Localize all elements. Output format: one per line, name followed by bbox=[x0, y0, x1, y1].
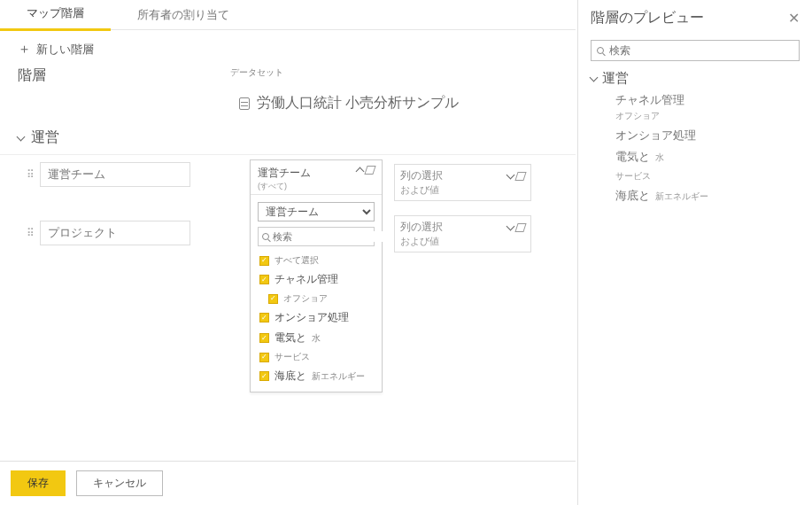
save-button[interactable]: 保存 bbox=[11, 470, 66, 496]
search-icon bbox=[262, 233, 269, 240]
option-0[interactable]: ✓ チャネル管理 bbox=[251, 269, 382, 290]
checkbox-icon: ✓ bbox=[259, 333, 269, 343]
toolbar: ＋ 新しい階層 bbox=[0, 30, 576, 63]
column-dropdown-panel: 運営チーム (すべて) 運営チーム ✓ すべて選択 ✓ チャネル管理 ✓ オフシ… bbox=[250, 159, 383, 392]
colsel-line1: 列の選択 bbox=[400, 168, 443, 183]
option-1[interactable]: ✓ オンショア処理 bbox=[251, 307, 382, 328]
eraser-icon[interactable] bbox=[364, 166, 375, 175]
preview-item-3[interactable]: サービス bbox=[615, 170, 800, 183]
dropdown-search-input[interactable] bbox=[273, 231, 395, 242]
chevron-down-icon bbox=[17, 132, 26, 141]
new-hierarchy-button[interactable]: ＋ 新しい階層 bbox=[18, 41, 94, 58]
option-4[interactable]: ✓ 海底と 新エネルギー bbox=[251, 366, 382, 386]
chevron-down-icon bbox=[507, 170, 515, 179]
checkbox-icon: ✓ bbox=[259, 353, 269, 362]
chevron-down-icon bbox=[590, 73, 599, 82]
hierarchy-header[interactable]: 運営 bbox=[0, 121, 576, 155]
tab-bar: マップ階層 所有者の割り当て bbox=[0, 0, 576, 30]
column-select[interactable]: 運営チーム bbox=[258, 202, 375, 221]
option-2[interactable]: ✓ 電気と 水 bbox=[251, 328, 382, 348]
preview-root[interactable]: 運営 bbox=[591, 70, 800, 87]
preview-panel: 階層のプレビュー ✕ 運営 チャネル管理 オフショア オンショア処理 電気と 水… bbox=[577, 0, 812, 505]
eraser-icon bbox=[514, 223, 526, 232]
section-headings: 階層 データセット bbox=[0, 63, 576, 89]
dataset-heading: データセット bbox=[230, 66, 283, 85]
preview-item-4[interactable]: 海底と 新エネルギー bbox=[615, 188, 800, 204]
checkbox-icon: ✓ bbox=[259, 256, 269, 266]
column-select-box-1[interactable]: 列の選択 および値 bbox=[394, 215, 531, 252]
search-icon bbox=[597, 47, 604, 54]
chevron-up-icon[interactable] bbox=[356, 167, 365, 176]
checkbox-icon: ✓ bbox=[268, 294, 278, 304]
preview-item-2[interactable]: 電気と 水 bbox=[615, 149, 800, 165]
option-select-all[interactable]: ✓ すべて選択 bbox=[251, 252, 382, 269]
preview-tree: 運営 チャネル管理 オフショア オンショア処理 電気と 水 サービス 海底と 新… bbox=[591, 70, 800, 204]
hierarchy-heading: 階層 bbox=[18, 66, 230, 85]
cancel-button[interactable]: キャンセル bbox=[76, 470, 163, 496]
dataset-row: 労働人口統計 小売分析サンプル bbox=[0, 89, 576, 121]
footer: 保存 キャンセル bbox=[0, 461, 576, 505]
option-3[interactable]: ✓ サービス bbox=[251, 348, 382, 366]
dataset-label: 労働人口統計 小売分析サンプル bbox=[257, 94, 459, 113]
level-input-0[interactable]: 運営チーム bbox=[40, 162, 190, 187]
colsel-line1: 列の選択 bbox=[400, 220, 443, 235]
hierarchy-name: 運営 bbox=[31, 128, 59, 147]
colsel-line2: および値 bbox=[400, 183, 525, 197]
checkbox-icon: ✓ bbox=[259, 371, 269, 381]
column-select-box-0[interactable]: 列の選択 および値 bbox=[394, 164, 531, 201]
database-icon bbox=[239, 97, 250, 110]
checkbox-icon: ✓ bbox=[259, 313, 269, 322]
new-hierarchy-label: 新しい階層 bbox=[36, 42, 94, 58]
preview-search[interactable] bbox=[591, 40, 800, 61]
close-icon[interactable]: ✕ bbox=[788, 10, 800, 27]
plus-icon: ＋ bbox=[18, 41, 31, 58]
option-0-0[interactable]: ✓ オフショア bbox=[251, 290, 382, 307]
dropdown-title: 運営チーム bbox=[258, 166, 311, 181]
dropdown-subtitle: (すべて) bbox=[258, 181, 311, 192]
main-area: マップ階層 所有者の割り当て ＋ 新しい階層 階層 データセット 労働人口統計 … bbox=[0, 0, 576, 505]
drag-handle-icon[interactable]: ⠿ bbox=[27, 168, 33, 181]
tab-map-hierarchy[interactable]: マップ階層 bbox=[0, 0, 111, 31]
drag-handle-icon[interactable]: ⠿ bbox=[27, 227, 33, 239]
level-input-1[interactable]: プロジェクト bbox=[40, 221, 190, 245]
chevron-down-icon bbox=[507, 221, 515, 230]
colsel-line2: および値 bbox=[400, 235, 525, 248]
preview-item-0[interactable]: チャネル管理 オフショア bbox=[615, 92, 800, 122]
dropdown-header: 運営チーム (すべて) bbox=[251, 160, 382, 195]
tab-owner-assign[interactable]: 所有者の割り当て bbox=[111, 0, 256, 30]
preview-title: 階層のプレビュー bbox=[591, 9, 704, 27]
eraser-icon bbox=[514, 172, 526, 181]
preview-item-1[interactable]: オンショア処理 bbox=[615, 128, 800, 144]
checkbox-icon: ✓ bbox=[259, 275, 269, 284]
dataset-name[interactable]: 労働人口統計 小売分析サンプル bbox=[239, 94, 459, 113]
dropdown-search[interactable] bbox=[258, 227, 375, 246]
preview-search-input[interactable] bbox=[609, 44, 793, 57]
